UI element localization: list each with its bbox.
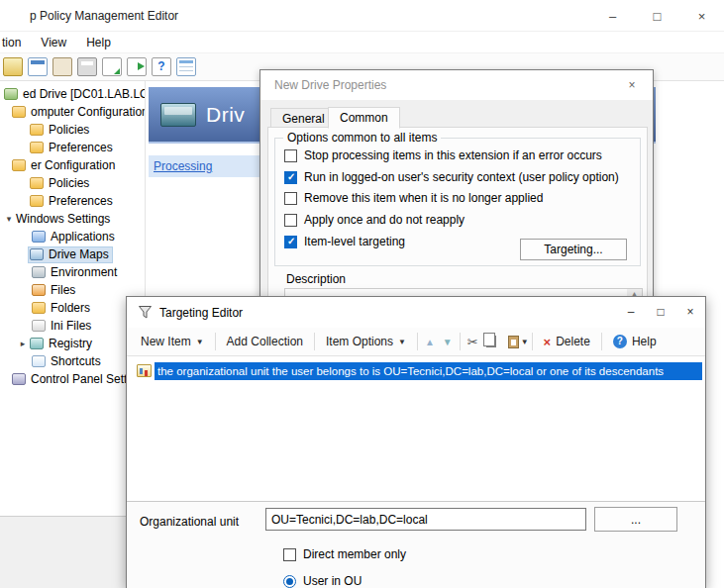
tree-item-applications[interactable]: Applications [0, 228, 145, 245]
targeting-dialog-title: Targeting Editor [159, 306, 243, 320]
help-icon: ? [613, 335, 627, 348]
checkbox[interactable] [284, 171, 297, 184]
targeting-window-controls: – □ × [616, 297, 705, 328]
new-item-button[interactable]: New Item▼ [133, 332, 212, 351]
menu-action[interactable]: tion [0, 36, 31, 49]
pane-title: Driv [206, 103, 245, 127]
browse-button[interactable]: ... [594, 507, 677, 532]
checkbox[interactable] [284, 214, 297, 227]
list-view-icon[interactable] [176, 57, 196, 76]
clipboard-icon[interactable] [52, 57, 72, 76]
tree-item-preferences-computer[interactable]: Preferences [0, 139, 145, 156]
tree-item-control-panel-settings[interactable]: Control Panel Sett [0, 370, 145, 388]
help-button[interactable]: ?Help [605, 332, 665, 351]
chevron-right-icon[interactable]: ▸ [16, 339, 30, 348]
folders-icon [32, 302, 46, 314]
shortcuts-icon [32, 355, 46, 367]
separator [215, 333, 216, 350]
chevron-down-icon[interactable]: ▾ [2, 214, 16, 224]
window-controls: – □ × [590, 0, 724, 32]
menu-bar: tion View Help [0, 32, 724, 53]
cut-icon[interactable]: ✂ [464, 335, 482, 349]
chevron-down-icon: ▼ [196, 338, 204, 346]
export-list-icon[interactable] [127, 57, 147, 76]
option-apply-once: Apply once and do not reapply [284, 212, 465, 228]
processing-band: Processing [149, 155, 259, 177]
minimize-button[interactable]: – [616, 297, 646, 327]
refresh-icon[interactable] [102, 57, 122, 76]
funnel-icon [139, 306, 152, 319]
menu-help[interactable]: Help [76, 36, 121, 49]
tree-item-environment[interactable]: Environment [0, 263, 145, 281]
folder-icon [30, 142, 44, 153]
targeting-item-row[interactable]: the organizational unit the user belongs… [127, 361, 705, 380]
files-icon [32, 284, 46, 296]
console-tree: ed Drive [DC01.LAB.LOCA omputer Configur… [0, 85, 145, 388]
tree-item-registry[interactable]: ▸Registry [0, 335, 145, 352]
drive-icon [160, 103, 196, 127]
control-panel-icon [12, 373, 26, 385]
direct-member-checkbox[interactable] [283, 548, 296, 561]
tree-item-user-configuration[interactable]: er Configuration [0, 156, 145, 174]
maximize-button[interactable]: □ [646, 297, 675, 327]
close-button[interactable]: × [675, 297, 705, 327]
separator [417, 333, 418, 350]
tree-item-shortcuts[interactable]: Shortcuts [0, 352, 145, 370]
tree-item-ini-files[interactable]: Ini Files [0, 317, 145, 335]
add-collection-button[interactable]: Add Collection [219, 332, 311, 351]
processing-link[interactable]: Processing [154, 159, 212, 173]
folder-icon [30, 195, 44, 207]
tree-item-computer-configuration[interactable]: omputer Configuration [0, 103, 145, 121]
organizational-unit-input[interactable] [265, 508, 586, 531]
maximize-button[interactable]: □ [635, 0, 679, 32]
console-tree-panel: ed Drive [DC01.LAB.LOCA omputer Configur… [0, 81, 146, 516]
minimize-button[interactable]: – [590, 0, 635, 32]
user-in-ou-radio[interactable] [283, 575, 296, 588]
tree-item-windows-settings[interactable]: ▾Windows Settings [0, 210, 145, 228]
tree-item-policies-user[interactable]: Policies [0, 174, 145, 192]
targeting-detail-panel: Organizational unit ... Direct member on… [127, 501, 705, 588]
tree-item-files[interactable]: Files [0, 281, 145, 299]
tree-item-drive-maps[interactable]: Drive Maps [0, 245, 145, 263]
checkbox[interactable] [284, 192, 297, 205]
selected-targeting-item[interactable]: the organizational unit the user belongs… [155, 362, 702, 380]
window-title: p Policy Management Editor [30, 9, 178, 23]
targeting-button[interactable]: Targeting... [520, 239, 627, 260]
print-icon[interactable] [77, 57, 97, 76]
tree-item-policies-computer[interactable]: Policies [0, 121, 145, 139]
targeting-items-list: the organizational unit the user belongs… [127, 356, 705, 501]
tree-item-folders[interactable]: Folders [0, 299, 145, 317]
targeting-toolbar: New Item▼ Add Collection Item Options▼ ▲… [127, 328, 705, 356]
item-options-button[interactable]: Item Options▼ [318, 332, 414, 351]
tree-item-preferences-user[interactable]: Preferences [0, 192, 145, 210]
environment-icon [32, 266, 46, 278]
move-down-icon[interactable]: ▼ [439, 337, 457, 347]
tab-common[interactable]: Common [328, 107, 400, 129]
tree-item-gpo-root[interactable]: ed Drive [DC01.LAB.LOCA [0, 85, 145, 103]
tree-toggle-icon[interactable] [28, 57, 48, 76]
drive-dialog-close-icon[interactable]: × [617, 70, 647, 100]
checkbox[interactable] [284, 236, 297, 248]
separator [314, 333, 315, 350]
copy-icon[interactable] [486, 336, 496, 347]
paste-dropdown-icon[interactable]: ▼ [521, 338, 529, 346]
delete-x-icon: × [544, 335, 552, 349]
paste-icon[interactable] [508, 336, 519, 348]
checkbox[interactable] [284, 149, 297, 162]
tab-general[interactable]: General [270, 108, 337, 128]
console-icon[interactable] [3, 57, 23, 76]
console-icon [4, 88, 18, 100]
option-run-user-context: Run in logged-on user's security context… [284, 169, 619, 185]
option-item-level-targeting: Item-level targeting [284, 234, 405, 249]
delete-button[interactable]: ×Delete [536, 332, 598, 352]
window-bottom-strip [0, 516, 146, 588]
targeting-editor-dialog: Targeting Editor – □ × New Item▼ Add Col… [126, 296, 706, 588]
drive-dialog-titlebar: New Drive Properties × [260, 70, 653, 100]
menu-view[interactable]: View [31, 36, 76, 49]
move-up-icon[interactable]: ▲ [421, 337, 439, 347]
close-button[interactable]: × [679, 0, 724, 32]
option-remove-when-not-applied: Remove this item when it is no longer ap… [284, 190, 543, 206]
help-icon[interactable]: ? [152, 57, 171, 76]
folder-icon [30, 124, 44, 136]
separator [460, 333, 461, 350]
